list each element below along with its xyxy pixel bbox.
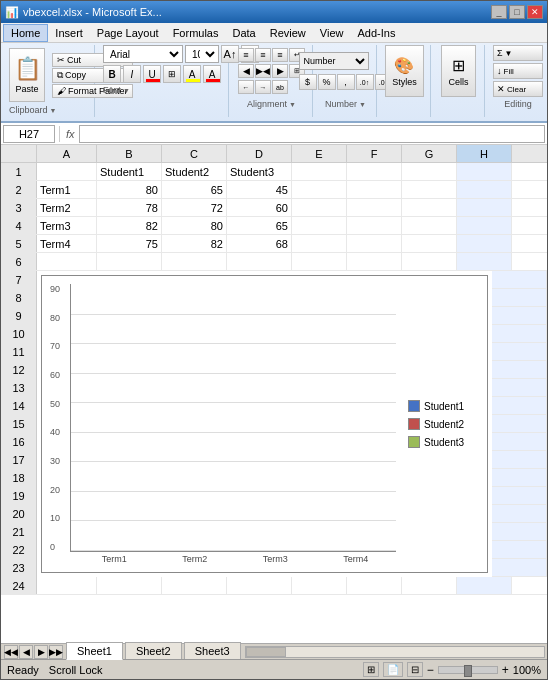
sheet-tab-1[interactable]: Sheet1 bbox=[66, 642, 123, 660]
indent-less-button[interactable]: ← bbox=[238, 80, 254, 94]
zoom-slider-thumb[interactable] bbox=[464, 665, 472, 677]
view-pagebreak-icon[interactable]: ⊟ bbox=[407, 662, 423, 677]
cell-reference-input[interactable] bbox=[3, 125, 55, 143]
cell-h2[interactable] bbox=[457, 181, 512, 198]
col-header-b[interactable]: B bbox=[97, 145, 162, 162]
align-left-button[interactable]: ◀ bbox=[238, 64, 254, 78]
cell-a4[interactable]: Term3 bbox=[37, 217, 97, 234]
menu-formulas[interactable]: Formulas bbox=[166, 25, 226, 41]
cell-c4[interactable]: 80 bbox=[162, 217, 227, 234]
cell-e3[interactable] bbox=[292, 199, 347, 216]
cell-a24[interactable] bbox=[37, 577, 97, 594]
cell-h1[interactable] bbox=[457, 163, 512, 180]
cell-a5[interactable]: Term4 bbox=[37, 235, 97, 252]
align-right-button[interactable]: ▶ bbox=[272, 64, 288, 78]
col-header-d[interactable]: D bbox=[227, 145, 292, 162]
cell-g24[interactable] bbox=[402, 577, 457, 594]
cell-b24[interactable] bbox=[97, 577, 162, 594]
cell-f2[interactable] bbox=[347, 181, 402, 198]
menu-data[interactable]: Data bbox=[225, 25, 262, 41]
cell-f6[interactable] bbox=[347, 253, 402, 270]
zoom-out-button[interactable]: − bbox=[427, 663, 434, 677]
cell-f5[interactable] bbox=[347, 235, 402, 252]
alignment-expand-icon[interactable]: ▼ bbox=[289, 101, 296, 108]
cell-d2[interactable]: 45 bbox=[227, 181, 292, 198]
cell-e2[interactable] bbox=[292, 181, 347, 198]
cell-c1[interactable]: Student2 bbox=[162, 163, 227, 180]
fill-button[interactable]: ↓Fill bbox=[493, 63, 543, 79]
sheet-nav-prev[interactable]: ◀ bbox=[19, 645, 33, 659]
styles-button[interactable]: 🎨 Styles bbox=[385, 45, 424, 97]
cell-c3[interactable]: 72 bbox=[162, 199, 227, 216]
col-header-a[interactable]: A bbox=[37, 145, 97, 162]
cell-g3[interactable] bbox=[402, 199, 457, 216]
cells-button[interactable]: ⊞ Cells bbox=[441, 45, 475, 97]
cell-d6[interactable] bbox=[227, 253, 292, 270]
col-header-g[interactable]: G bbox=[402, 145, 457, 162]
cell-d3[interactable]: 60 bbox=[227, 199, 292, 216]
chart-area[interactable]: 0 10 20 30 40 50 60 70 80 90 bbox=[41, 275, 488, 573]
cell-h4[interactable] bbox=[457, 217, 512, 234]
clipboard-expand-icon[interactable]: ▼ bbox=[50, 107, 57, 114]
cell-e4[interactable] bbox=[292, 217, 347, 234]
minimize-button[interactable]: _ bbox=[491, 5, 507, 19]
cell-a2[interactable]: Term1 bbox=[37, 181, 97, 198]
cell-g1[interactable] bbox=[402, 163, 457, 180]
view-normal-icon[interactable]: ⊞ bbox=[363, 662, 379, 677]
cell-b5[interactable]: 75 bbox=[97, 235, 162, 252]
cell-c24[interactable] bbox=[162, 577, 227, 594]
cell-h24[interactable] bbox=[457, 577, 512, 594]
cell-c2[interactable]: 65 bbox=[162, 181, 227, 198]
col-header-f[interactable]: F bbox=[347, 145, 402, 162]
border-button[interactable]: ⊞ bbox=[163, 65, 181, 83]
align-top-left-button[interactable]: ≡ bbox=[238, 48, 254, 62]
cell-h5[interactable] bbox=[457, 235, 512, 252]
cell-f4[interactable] bbox=[347, 217, 402, 234]
number-expand-icon[interactable]: ▼ bbox=[359, 101, 366, 108]
cell-c5[interactable]: 82 bbox=[162, 235, 227, 252]
menu-addins[interactable]: Add-Ins bbox=[350, 25, 402, 41]
col-header-e[interactable]: E bbox=[292, 145, 347, 162]
font-color-button[interactable]: A bbox=[203, 65, 221, 83]
menu-page-layout[interactable]: Page Layout bbox=[90, 25, 166, 41]
cell-h6[interactable] bbox=[457, 253, 512, 270]
cell-d4[interactable]: 65 bbox=[227, 217, 292, 234]
col-header-c[interactable]: C bbox=[162, 145, 227, 162]
paste-button[interactable]: 📋 Paste bbox=[9, 48, 45, 102]
cell-f3[interactable] bbox=[347, 199, 402, 216]
currency-button[interactable]: $ bbox=[299, 74, 317, 90]
cell-c6[interactable] bbox=[162, 253, 227, 270]
sheet-tab-2[interactable]: Sheet2 bbox=[125, 642, 182, 659]
cell-a1[interactable] bbox=[37, 163, 97, 180]
zoom-slider[interactable] bbox=[438, 666, 498, 674]
cell-g5[interactable] bbox=[402, 235, 457, 252]
sum-button[interactable]: Σ▼ bbox=[493, 45, 543, 61]
indent-more-button[interactable]: → bbox=[255, 80, 271, 94]
font-expand-icon[interactable]: ▼ bbox=[123, 87, 130, 94]
cell-d24[interactable] bbox=[227, 577, 292, 594]
cell-g4[interactable] bbox=[402, 217, 457, 234]
sheet-tab-3[interactable]: Sheet3 bbox=[184, 642, 241, 659]
cell-b6[interactable] bbox=[97, 253, 162, 270]
decimal-increase-button[interactable]: .0↑ bbox=[356, 74, 374, 90]
cell-b1[interactable]: Student1 bbox=[97, 163, 162, 180]
clear-button[interactable]: ✕Clear bbox=[493, 81, 543, 97]
formula-input[interactable] bbox=[79, 125, 545, 143]
cell-b4[interactable]: 82 bbox=[97, 217, 162, 234]
close-button[interactable]: ✕ bbox=[527, 5, 543, 19]
cell-f24[interactable] bbox=[347, 577, 402, 594]
scrollbar-thumb[interactable] bbox=[246, 647, 286, 657]
bold-button[interactable]: B bbox=[103, 65, 121, 83]
cell-h3[interactable] bbox=[457, 199, 512, 216]
cell-h-chart[interactable] bbox=[492, 271, 547, 289]
cell-e24[interactable] bbox=[292, 577, 347, 594]
cell-g6[interactable] bbox=[402, 253, 457, 270]
cell-a3[interactable]: Term2 bbox=[37, 199, 97, 216]
menu-home[interactable]: Home bbox=[3, 24, 48, 42]
sheet-nav-first[interactable]: ◀◀ bbox=[4, 645, 18, 659]
cell-e6[interactable] bbox=[292, 253, 347, 270]
italic-button[interactable]: I bbox=[123, 65, 141, 83]
font-size-select[interactable]: 10 bbox=[185, 45, 219, 63]
menu-view[interactable]: View bbox=[313, 25, 351, 41]
number-format-select[interactable]: Number bbox=[299, 52, 369, 70]
